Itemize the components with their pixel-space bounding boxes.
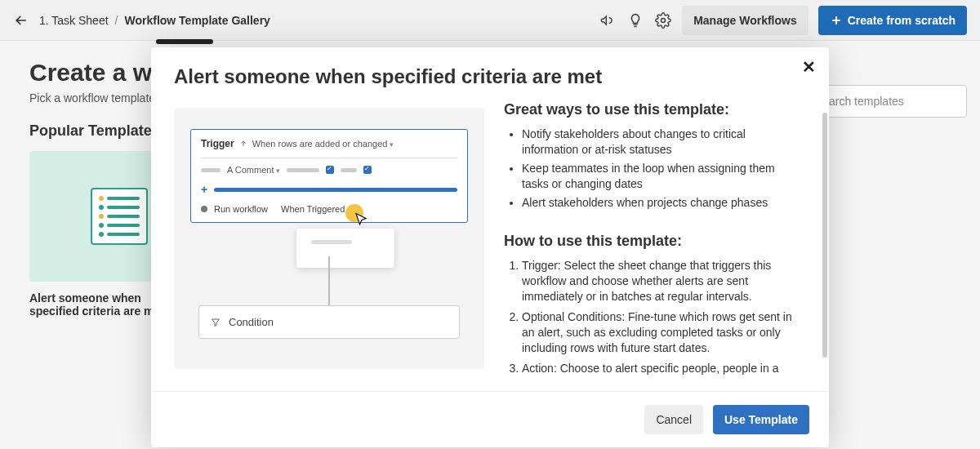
button-label: Cancel	[656, 413, 692, 426]
trigger-dropdown[interactable]: When rows are added or changed	[252, 139, 394, 149]
trigger-label: Trigger	[201, 138, 234, 149]
header-bar: 1. Task Sheet / Workflow Template Galler…	[0, 0, 980, 41]
checkbox-icon[interactable]	[363, 166, 372, 174]
great-ways-heading: Great ways to use this template:	[504, 101, 796, 118]
condition-label: Condition	[229, 316, 274, 328]
list-item: Action: Choose to alert specific people,…	[522, 361, 796, 376]
scrollbar[interactable]	[822, 113, 827, 358]
back-arrow-icon[interactable]	[13, 12, 29, 29]
breadcrumb-prev[interactable]: 1. Task Sheet	[39, 14, 109, 27]
button-label: Create from scratch	[848, 14, 956, 27]
megaphone-icon[interactable]	[599, 11, 617, 29]
button-label: Manage Workflows	[693, 14, 797, 27]
bullet-icon	[201, 206, 207, 212]
gear-icon[interactable]	[654, 11, 672, 29]
button-label: Use Template	[724, 413, 798, 426]
list-item: Optional Conditions: Fine-tune which row…	[522, 309, 796, 356]
cursor-icon	[354, 212, 368, 230]
lightbulb-icon[interactable]	[626, 11, 644, 29]
list-item: Keep teammates in the loop when assignin…	[522, 161, 796, 192]
when-triggered-label: When Triggered	[281, 204, 345, 214]
plus-icon	[830, 14, 843, 27]
modal-title: Alert someone when specified criteria ar…	[151, 47, 829, 100]
how-to-heading: How to use this template:	[504, 233, 796, 250]
funnel-icon	[211, 318, 220, 327]
use-template-button[interactable]: Use Template	[713, 405, 809, 434]
steps-list: Trigger: Select the sheet change that tr…	[504, 258, 796, 376]
template-detail-modal: ✕ Alert someone when specified criteria …	[151, 47, 829, 447]
breadcrumb-separator: /	[115, 14, 118, 27]
close-icon[interactable]: ✕	[802, 57, 816, 77]
modal-description: Great ways to use this template: Notify …	[504, 100, 806, 391]
cancel-button[interactable]: Cancel	[644, 405, 703, 434]
comment-dropdown[interactable]: A Comment	[227, 165, 280, 175]
create-from-scratch-button[interactable]: Create from scratch	[818, 6, 967, 35]
checkbox-icon[interactable]	[326, 166, 334, 174]
condition-block: Condition	[198, 305, 460, 339]
trigger-block: Trigger When rows are added or changed A…	[190, 129, 468, 223]
breadcrumb: 1. Task Sheet / Workflow Template Galler…	[39, 14, 270, 27]
dropdown-popup	[296, 229, 394, 268]
use-cases-list: Notify stakeholders about changes to cri…	[504, 127, 796, 210]
workflow-preview: Trigger When rows are added or changed A…	[174, 100, 484, 391]
breadcrumb-current: Workflow Template Gallery	[124, 14, 270, 27]
plus-icon[interactable]: +	[201, 183, 207, 196]
manage-workflows-button[interactable]: Manage Workflows	[682, 6, 808, 35]
list-item: Notify stakeholders about changes to cri…	[522, 127, 796, 158]
svg-point-0	[662, 18, 666, 22]
list-item: Alert stakeholders when projects change …	[522, 195, 796, 211]
modal-footer: Cancel Use Template	[151, 391, 829, 447]
modal-backdrop: ✕ Alert someone when specified criteria …	[0, 41, 980, 449]
run-workflow-label: Run workflow	[214, 204, 268, 214]
upload-icon	[239, 140, 247, 148]
list-item: Trigger: Select the sheet change that tr…	[522, 258, 796, 305]
